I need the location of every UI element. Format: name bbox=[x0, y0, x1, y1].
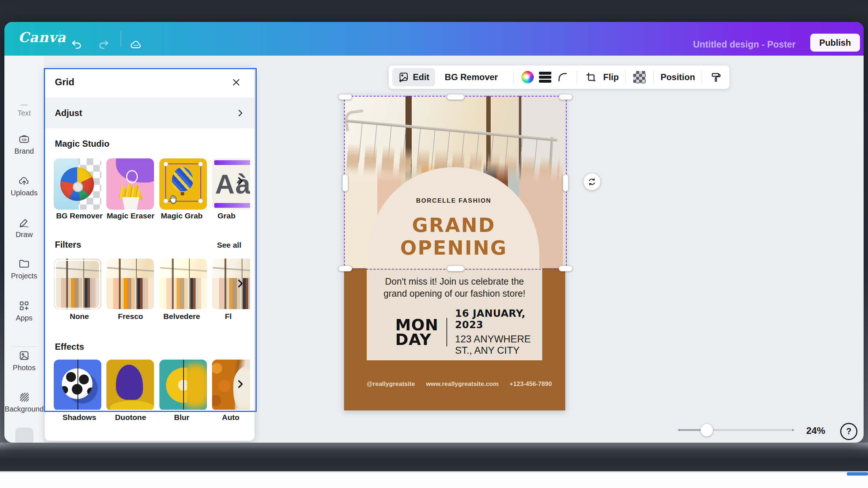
sidebar-item-label: Photos bbox=[4, 364, 44, 372]
cloud-sync-icon bbox=[130, 38, 142, 51]
selection-handle-bottom-right[interactable] bbox=[559, 266, 573, 271]
sidebar-item-photos[interactable]: Photos bbox=[4, 350, 44, 372]
help-button[interactable]: ? bbox=[840, 423, 857, 440]
grab-hand-cursor bbox=[167, 194, 178, 204]
toolbar-separator bbox=[577, 71, 577, 84]
sidebar-item-text[interactable]: Text bbox=[4, 109, 44, 117]
effects-scroll-chevron[interactable] bbox=[235, 379, 246, 390]
poster-canvas[interactable]: BORCELLE FASHION GRAND OPENING Don't mis… bbox=[344, 96, 565, 410]
sidebar-item-brand[interactable]: co Brand bbox=[4, 133, 44, 155]
position-button[interactable]: Position bbox=[660, 72, 695, 82]
beach-ball-art bbox=[60, 167, 94, 201]
close-panel-button[interactable] bbox=[228, 74, 244, 90]
tile-magic-grab[interactable] bbox=[159, 158, 207, 210]
filters-row bbox=[54, 259, 250, 309]
stroke-weight-button[interactable] bbox=[538, 70, 552, 85]
cloud-sync-button[interactable] bbox=[128, 37, 144, 53]
color-button[interactable] bbox=[520, 70, 535, 85]
poster-title[interactable]: GRAND OPENING bbox=[368, 214, 539, 259]
effect-blur[interactable] bbox=[159, 360, 207, 410]
crop-button[interactable] bbox=[584, 70, 598, 85]
tile-label: Blur bbox=[156, 413, 207, 422]
tile-label: Fresco bbox=[105, 312, 156, 321]
poster-brown-section[interactable]: Don't miss it! Join us celebrate the gra… bbox=[344, 268, 565, 410]
desktop-backdrop bbox=[0, 443, 868, 471]
filter-none[interactable] bbox=[54, 259, 101, 309]
flip-button[interactable]: Flip bbox=[603, 72, 619, 82]
sidebar-item-projects[interactable]: Projects bbox=[4, 258, 44, 280]
sidebar-item-label: Uploads bbox=[4, 189, 44, 197]
magic-studio-scroll-chevron[interactable] bbox=[235, 176, 246, 187]
rotate-handle[interactable] bbox=[584, 173, 600, 190]
sidebar-item-label: Draw bbox=[4, 230, 44, 239]
corner-rounding-button[interactable] bbox=[555, 70, 570, 85]
toolbar-divider bbox=[60, 31, 60, 47]
tile-label: Duotone bbox=[105, 413, 156, 422]
bottom-accent-bar bbox=[847, 472, 868, 476]
sidebar-item-apps[interactable]: Apps bbox=[4, 300, 44, 322]
effect-duotone[interactable] bbox=[106, 360, 154, 410]
selection-handle-right[interactable] bbox=[563, 174, 569, 192]
top-bar: Canva Untitled design - Poster Publish bbox=[4, 22, 864, 56]
bg-remover-button[interactable]: BG Remover bbox=[445, 72, 498, 82]
poster-info-panel[interactable]: Don't miss it! Join us celebrate the gra… bbox=[367, 268, 542, 360]
edit-button[interactable]: Edit bbox=[392, 68, 435, 86]
info-divider bbox=[446, 318, 447, 346]
edit-label: Edit bbox=[413, 72, 429, 82]
tile-label: Grab bbox=[207, 211, 254, 220]
text-icon bbox=[20, 104, 28, 106]
publish-button[interactable]: Publish bbox=[810, 34, 860, 52]
transparency-button[interactable] bbox=[632, 70, 647, 85]
effects-labels: Shadows Duotone Blur Auto bbox=[54, 413, 250, 422]
zoom-percent[interactable]: 24% bbox=[806, 425, 825, 436]
chevron-right-icon bbox=[235, 108, 245, 118]
sidebar-item-label: Text bbox=[4, 109, 44, 117]
tile-label: Auto bbox=[207, 413, 254, 422]
photos-icon bbox=[18, 350, 30, 361]
toolbar-separator bbox=[702, 71, 702, 84]
draw-icon bbox=[18, 217, 30, 228]
sidebar-item-background[interactable]: Background bbox=[4, 391, 44, 413]
curve-icon bbox=[557, 72, 568, 83]
poster-event-info[interactable]: MON DAY 16 JANUARY, 2023 123 ANYWHERE ST… bbox=[395, 308, 542, 356]
filter-fresco[interactable] bbox=[106, 259, 154, 309]
toolbar-separator bbox=[513, 71, 514, 84]
grid-panel: Grid Adjust Magic Studio bbox=[45, 68, 254, 441]
sidebar-placeholder-tile bbox=[15, 428, 33, 443]
sidebar-item-draw[interactable]: Draw bbox=[4, 217, 44, 239]
selection-handle-top-right[interactable] bbox=[559, 94, 573, 100]
effect-shadows[interactable] bbox=[54, 360, 101, 410]
crop-icon bbox=[585, 72, 596, 83]
tile-label: Magic Eraser bbox=[105, 211, 156, 220]
tile-magic-eraser[interactable] bbox=[106, 158, 154, 210]
toolbar-separator bbox=[625, 71, 626, 84]
context-toolbar: Edit BG Remover Flip Position bbox=[389, 65, 729, 89]
selection-handle-top-left[interactable] bbox=[338, 94, 352, 100]
filters-scroll-chevron[interactable] bbox=[235, 278, 246, 289]
poster-subtitle[interactable]: Don't miss it! Join us celebrate the gra… bbox=[367, 275, 542, 300]
poster-brand-text[interactable]: BORCELLE FASHION bbox=[368, 197, 539, 204]
footer-website: www.reallygreatsite.com bbox=[426, 380, 499, 388]
apps-icon bbox=[18, 300, 30, 312]
poster-date: 16 JANUARY, 2023 bbox=[455, 308, 542, 330]
sidebar-divider bbox=[10, 346, 38, 347]
zoom-slider-handle[interactable] bbox=[701, 424, 713, 436]
filters-see-all-link[interactable]: See all bbox=[217, 241, 241, 249]
selection-handle-left[interactable] bbox=[342, 174, 348, 192]
selection-handle-bottom-left[interactable] bbox=[338, 266, 352, 271]
poster-footer[interactable]: @reallygreatsite www.reallygreatsite.com… bbox=[367, 380, 552, 388]
undo-button[interactable] bbox=[69, 37, 85, 53]
copy-style-button[interactable] bbox=[709, 70, 723, 85]
selection-handle-top[interactable] bbox=[447, 94, 464, 100]
canva-app-window: Canva Untitled design - Poster Publish T… bbox=[4, 22, 864, 443]
filter-belvedere[interactable] bbox=[159, 259, 207, 309]
adjust-row[interactable]: Adjust bbox=[45, 98, 254, 128]
document-title[interactable]: Untitled design - Poster bbox=[693, 39, 796, 50]
canva-logo[interactable]: Canva bbox=[18, 29, 66, 45]
tile-label: None bbox=[54, 312, 105, 321]
selection-handle-bottom[interactable] bbox=[447, 266, 464, 271]
tile-label: Magic Grab bbox=[156, 211, 207, 220]
sidebar-item-uploads[interactable]: Uploads bbox=[4, 175, 44, 197]
redo-button[interactable] bbox=[95, 37, 112, 53]
tile-bg-remover[interactable] bbox=[54, 158, 101, 210]
